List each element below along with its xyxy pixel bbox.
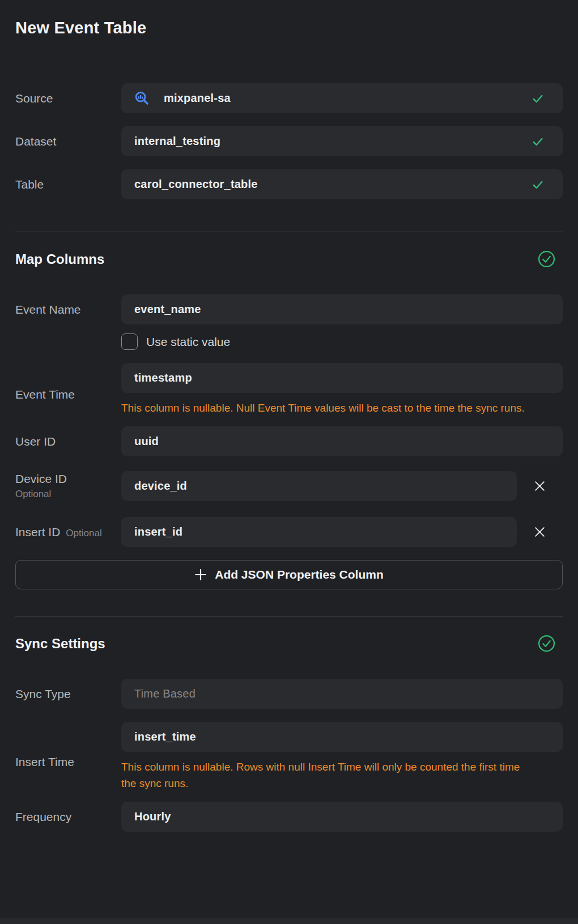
frequency-value: Hourly [134, 810, 171, 823]
event-name-row: Event Name event_name [15, 294, 563, 324]
add-json-properties-column-label: Add JSON Properties Column [215, 568, 384, 581]
source-value: mixpanel-sa [164, 92, 231, 105]
insert-id-label: Insert ID [15, 525, 60, 539]
insert-time-nullable-warning: This column is nullable. Rows with null … [121, 759, 526, 792]
x-icon [534, 526, 546, 538]
event-name-input[interactable]: event_name [121, 294, 563, 324]
x-icon [534, 480, 546, 492]
map-columns-heading: Map Columns [15, 251, 104, 267]
sync-settings-header: Sync Settings [15, 635, 563, 652]
device-id-label: Device ID [15, 472, 121, 486]
device-id-value: device_id [134, 480, 187, 493]
sync-type-row: Sync Type Time Based [15, 679, 563, 709]
event-name-value: event_name [134, 303, 201, 316]
event-name-label: Event Name [15, 303, 121, 316]
event-time-value: timestamp [134, 371, 192, 384]
check-icon [532, 92, 544, 105]
table-label: Table [15, 178, 121, 191]
event-time-label: Event Time [15, 388, 121, 401]
insert-time-label: Insert Time [15, 755, 121, 769]
insert-id-value: insert_id [134, 525, 182, 538]
frequency-input[interactable]: Hourly [121, 802, 563, 832]
bigquery-search-icon [134, 91, 150, 106]
section-divider [15, 616, 563, 617]
dataset-label: Dataset [15, 135, 121, 148]
new-event-table-form: New Event Table Source mixpanel-sa [0, 0, 578, 832]
event-time-input[interactable]: timestamp [121, 363, 563, 393]
device-id-row: Device ID Optional device_id [15, 471, 563, 501]
sync-type-label: Sync Type [15, 687, 121, 701]
insert-time-value: insert_time [134, 730, 196, 743]
device-id-optional-tag: Optional [15, 489, 121, 500]
source-label: Source [15, 92, 121, 105]
insert-time-row: Insert Time insert_time This column is n… [15, 722, 563, 802]
user-id-label: User ID [15, 435, 121, 448]
use-static-value-label: Use static value [146, 335, 230, 349]
table-row: Table carol_connector_table [15, 169, 563, 199]
frequency-row: Frequency Hourly [15, 802, 563, 832]
frequency-label: Frequency [15, 810, 121, 824]
table-input[interactable]: carol_connector_table [121, 169, 563, 199]
use-static-value-row: Use static value [121, 333, 563, 350]
bottom-edge-strip [0, 918, 578, 924]
remove-insert-id-button[interactable] [517, 517, 563, 547]
dataset-row: Dataset internal_testing [15, 126, 563, 156]
sync-type-value: Time Based [134, 687, 196, 700]
use-static-value-checkbox[interactable] [121, 333, 138, 350]
device-id-input[interactable]: device_id [121, 471, 517, 501]
sync-type-input: Time Based [121, 679, 563, 709]
user-id-row: User ID uuid [15, 426, 563, 456]
add-json-properties-column-button[interactable]: Add JSON Properties Column [15, 560, 563, 589]
circle-check-icon [538, 635, 555, 652]
insert-id-optional-tag: Optional [66, 528, 101, 539]
map-columns-header: Map Columns [15, 250, 563, 268]
dataset-input[interactable]: internal_testing [121, 126, 563, 156]
event-time-nullable-warning: This column is nullable. Null Event Time… [121, 400, 526, 416]
table-value: carol_connector_table [134, 178, 258, 191]
insert-id-row: Insert ID Optional insert_id [15, 517, 563, 547]
section-divider [15, 232, 563, 232]
user-id-value: uuid [134, 435, 159, 448]
plus-icon [194, 568, 207, 581]
insert-id-input[interactable]: insert_id [121, 517, 517, 547]
source-row: Source mixpanel-sa [15, 83, 563, 113]
dataset-value: internal_testing [134, 135, 220, 148]
user-id-input[interactable]: uuid [121, 426, 563, 456]
circle-check-icon [538, 250, 555, 268]
check-icon [532, 135, 544, 148]
source-input[interactable]: mixpanel-sa [121, 83, 563, 113]
page-title: New Event Table [15, 19, 563, 37]
insert-time-input[interactable]: insert_time [121, 722, 563, 752]
sync-settings-heading: Sync Settings [15, 636, 105, 652]
remove-device-id-button[interactable] [517, 471, 563, 501]
check-icon [532, 178, 544, 191]
event-time-row: Event Time timestamp This column is null… [15, 363, 563, 426]
